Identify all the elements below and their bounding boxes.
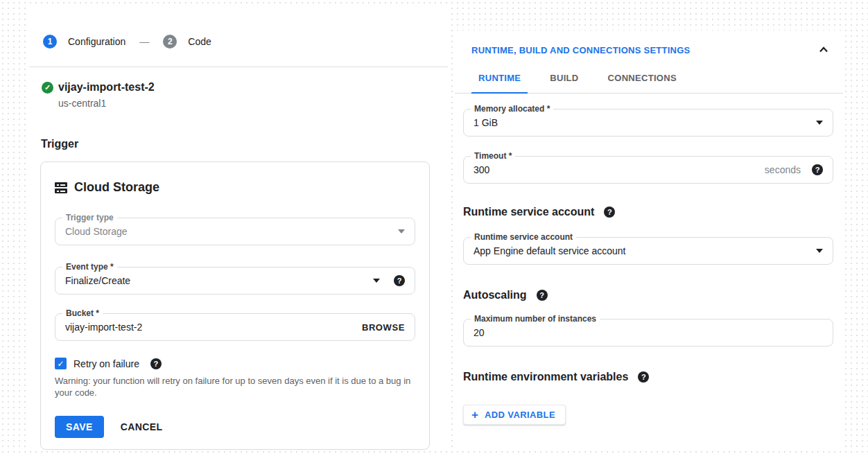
autoscaling-heading-text: Autoscaling	[463, 289, 527, 301]
runtime-service-account-heading-text: Runtime service account	[463, 206, 594, 218]
tab-connections[interactable]: CONNECTIONS	[601, 64, 684, 94]
trigger-card-header: Cloud Storage	[55, 180, 415, 195]
bucket-label: Bucket *	[62, 308, 103, 318]
step-2-label[interactable]: Code	[188, 36, 211, 47]
cloud-storage-icon	[55, 182, 67, 193]
settings-header: RUNTIME, BUILD AND CONNECTIONS SETTINGS	[455, 30, 843, 55]
event-type-help-icon[interactable]: ?	[394, 275, 405, 286]
timeout-field: Timeout * seconds ?	[463, 156, 833, 184]
max-instances-field: Maximum number of instances	[463, 319, 833, 347]
runtime-service-account-value: App Engine default service account	[474, 245, 816, 256]
env-variables-heading: Runtime environment variables ?	[463, 371, 833, 383]
chevron-down-icon	[816, 121, 823, 125]
add-variable-label: ADD VARIABLE	[485, 410, 555, 420]
runtime-service-account-select[interactable]: Runtime service account App Engine defau…	[463, 237, 833, 265]
timeout-help-icon[interactable]: ?	[812, 164, 823, 175]
runtime-settings-panel: RUNTIME, BUILD AND CONNECTIONS SETTINGS …	[455, 30, 843, 450]
configuration-panel: 1 Configuration — 2 Code ✓ vijay-import-…	[29, 7, 448, 450]
trigger-type-label: Trigger type	[62, 213, 117, 222]
timeout-input[interactable]	[474, 164, 765, 175]
stepper-divider	[29, 67, 448, 67]
plus-icon: +	[471, 410, 478, 420]
retry-on-failure-row: ✓ Retry on failure ?	[55, 358, 415, 369]
chevron-down-icon	[398, 229, 405, 234]
browse-button[interactable]: BROWSE	[362, 322, 405, 333]
runtime-service-account-label: Runtime service account	[471, 232, 576, 242]
add-variable-button[interactable]: + ADD VARIABLE	[463, 405, 566, 425]
cancel-button[interactable]: CANCEL	[121, 421, 163, 432]
function-region: us-central1	[58, 98, 448, 109]
env-variables-help-icon[interactable]: ?	[638, 371, 649, 383]
stepper: 1 Configuration — 2 Code	[29, 7, 448, 49]
env-variables-heading-text: Runtime environment variables	[463, 371, 628, 383]
function-name: vijay-import-test-2	[58, 81, 155, 94]
timeout-label: Timeout *	[471, 151, 515, 161]
memory-allocated-select[interactable]: Memory allocated * 1 GiB	[463, 109, 833, 137]
collapse-chevron-up-icon[interactable]	[818, 44, 829, 55]
settings-header-title[interactable]: RUNTIME, BUILD AND CONNECTIONS SETTINGS	[471, 45, 691, 55]
event-type-select[interactable]: Event type * Finalize/Create ?	[55, 267, 415, 295]
retry-help-icon[interactable]: ?	[150, 358, 162, 369]
chevron-down-icon	[816, 249, 823, 253]
autoscaling-heading: Autoscaling ?	[463, 289, 833, 301]
runtime-service-account-heading: Runtime service account ?	[463, 206, 833, 218]
trigger-heading: Trigger	[41, 138, 448, 150]
success-check-icon: ✓	[42, 82, 53, 94]
autoscaling-help-icon[interactable]: ?	[537, 290, 548, 301]
event-type-value: Finalize/Create	[65, 275, 373, 286]
step-2-circle[interactable]: 2	[163, 35, 177, 49]
function-identity: ✓ vijay-import-test-2	[42, 81, 448, 94]
retry-warning-text: Warning: your function will retry on fai…	[55, 375, 418, 398]
trigger-type-select[interactable]: Trigger type Cloud Storage	[55, 218, 415, 245]
trigger-card: Cloud Storage Trigger type Cloud Storage…	[40, 161, 430, 450]
bucket-field: Bucket * BROWSE	[55, 313, 415, 341]
trigger-type-value: Cloud Storage	[65, 226, 398, 237]
save-button[interactable]: SAVE	[55, 416, 104, 438]
step-1-circle[interactable]: 1	[43, 35, 57, 49]
max-instances-input[interactable]	[474, 327, 823, 338]
max-instances-label: Maximum number of instances	[471, 314, 600, 324]
memory-allocated-value: 1 GiB	[474, 117, 816, 128]
settings-tabs: RUNTIME BUILD CONNECTIONS	[455, 64, 843, 94]
timeout-unit-suffix: seconds	[765, 164, 801, 175]
memory-allocated-label: Memory allocated *	[471, 104, 553, 114]
bucket-input[interactable]	[65, 322, 362, 333]
retry-checkbox[interactable]: ✓	[55, 358, 67, 369]
step-1-label[interactable]: Configuration	[68, 36, 125, 47]
service-account-help-icon[interactable]: ?	[604, 207, 615, 218]
trigger-card-actions: SAVE CANCEL	[55, 416, 415, 438]
tab-runtime[interactable]: RUNTIME	[471, 64, 528, 94]
chevron-down-icon	[373, 279, 380, 283]
trigger-card-title: Cloud Storage	[74, 180, 159, 195]
runtime-tab-content: Memory allocated * 1 GiB Timeout * secon…	[455, 109, 843, 425]
retry-label: Retry on failure	[73, 358, 139, 369]
event-type-label: Event type *	[62, 262, 117, 272]
tab-build[interactable]: BUILD	[543, 64, 585, 94]
step-separator: —	[139, 36, 149, 47]
